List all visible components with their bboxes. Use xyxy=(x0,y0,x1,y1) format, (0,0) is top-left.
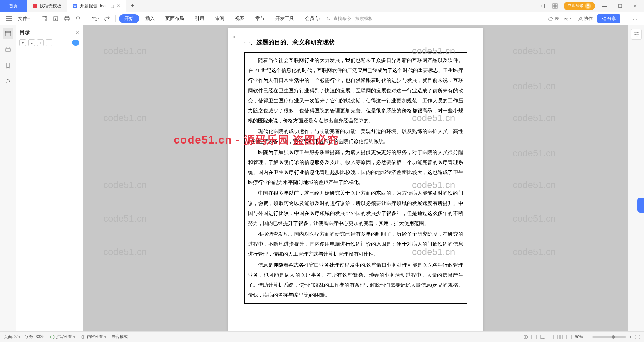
spellcheck-toggle[interactable]: 拼写检查 ▾ xyxy=(50,334,75,340)
svg-point-31 xyxy=(50,335,54,339)
window-maximize-button[interactable]: ☐ xyxy=(614,1,626,11)
tab-template[interactable]: 找稻壳模板 xyxy=(27,0,67,12)
svg-point-23 xyxy=(602,18,603,19)
collapse-ribbon-icon[interactable]: ︿ xyxy=(630,14,640,24)
redo-icon[interactable] xyxy=(102,14,112,24)
right-sidebar xyxy=(628,25,644,331)
outline-tool-minus[interactable]: − xyxy=(46,39,52,46)
toolbar: 文件 ▾ ▾ 开始 插入 页面布局 引用 审阅 视图 章节 开发工具 会员专› … xyxy=(0,12,644,25)
watermark: code51.cn xyxy=(513,213,556,224)
svg-point-35 xyxy=(525,336,526,338)
tab-close-icon[interactable]: ✕ xyxy=(117,3,120,8)
svg-rect-25 xyxy=(5,31,11,36)
login-button[interactable]: 立即登录 xyxy=(564,2,595,10)
properties-icon[interactable] xyxy=(631,29,642,40)
menu-member[interactable]: 会员专› xyxy=(300,13,325,25)
apps-icon[interactable] xyxy=(550,1,560,11)
menu-reference[interactable]: 引用 xyxy=(190,13,209,25)
doc-heading: 一、选题的目的、意义和研究现状 xyxy=(244,38,467,46)
svg-point-28 xyxy=(637,32,638,33)
outline-tool-plus[interactable]: + xyxy=(37,39,44,46)
zoom-out-button[interactable]: − xyxy=(586,334,589,340)
command-search[interactable]: 查找命令、搜索模板 xyxy=(327,16,373,22)
watermark: code51.cn xyxy=(513,247,556,258)
new-tab-button[interactable]: + xyxy=(128,1,138,11)
outline-badge[interactable]: ⋯ xyxy=(72,40,79,46)
outline-tools: ▾ ▴ + − ⋯ xyxy=(19,39,79,46)
menu-insert[interactable]: 插入 xyxy=(141,13,159,25)
tab-document[interactable]: W 开题报告.doc ▢ ✕ xyxy=(67,0,126,12)
feedback-tab[interactable] xyxy=(637,198,644,213)
member-label: 会员专 xyxy=(305,16,319,22)
watermark: code51.cn xyxy=(103,213,147,224)
menu-start[interactable]: 开始 xyxy=(119,14,139,23)
watermark: code51.cn xyxy=(103,247,147,258)
outline-icon[interactable] xyxy=(3,28,13,39)
compat-mode[interactable]: 兼容模式 xyxy=(112,334,128,340)
outline-expand-all[interactable]: ▾ xyxy=(19,39,26,46)
zoom-value[interactable]: 80% xyxy=(575,335,583,339)
share-icon xyxy=(601,16,606,21)
zoom-thumb[interactable] xyxy=(612,335,615,339)
window-minimize-button[interactable]: — xyxy=(598,1,610,11)
cloud-status[interactable]: 未上云 ▾ xyxy=(546,16,573,22)
export-icon[interactable] xyxy=(51,14,61,24)
view-print-icon[interactable] xyxy=(531,335,537,339)
menu-review[interactable]: 审阅 xyxy=(210,13,229,25)
view-reading-icon[interactable] xyxy=(557,335,563,339)
preview-icon[interactable] xyxy=(73,14,84,24)
svg-rect-26 xyxy=(6,48,10,52)
undo-icon[interactable]: ▾ xyxy=(91,14,101,24)
svg-rect-8 xyxy=(555,6,557,8)
svg-rect-13 xyxy=(43,19,46,21)
outline-collapse-all[interactable]: ▴ xyxy=(28,39,35,46)
share-button[interactable]: 分享 xyxy=(597,14,620,23)
view-fullwidth-icon[interactable] xyxy=(566,335,572,339)
layout-number-icon[interactable]: 1 xyxy=(537,1,547,11)
watermark: code51.cn xyxy=(103,46,147,56)
people-icon xyxy=(578,16,583,21)
attachment-icon[interactable] xyxy=(3,44,13,55)
svg-rect-7 xyxy=(553,6,555,8)
template-icon xyxy=(32,3,38,9)
document-area[interactable]: code51.cn code51.cn code51.cn code51.cn … xyxy=(83,25,628,331)
tab-home[interactable]: 首页 xyxy=(0,0,27,12)
find-icon[interactable] xyxy=(3,76,13,87)
bookmark-icon[interactable] xyxy=(3,60,13,71)
svg-point-33 xyxy=(83,336,84,338)
outline-close-icon[interactable]: ✕ xyxy=(75,30,79,35)
zoom-slider[interactable] xyxy=(592,336,626,338)
window-close-button[interactable]: ✕ xyxy=(629,1,641,11)
menu-layout[interactable]: 页面布局 xyxy=(161,13,189,25)
doc-paragraph: 随着当今社会互联网行业的大力发展，我们也迎来了众多日异月新的互联网产品以及软件。… xyxy=(248,55,463,126)
login-label: 立即登录 xyxy=(568,3,584,9)
svg-point-20 xyxy=(579,17,581,18)
watermark: code51.cn xyxy=(103,113,147,123)
content-check[interactable]: 内容检查 ▾ xyxy=(81,334,106,340)
menu-devtools[interactable]: 开发工具 xyxy=(271,13,299,25)
watermark: code51.cn xyxy=(103,180,147,190)
view-outline-icon[interactable] xyxy=(549,335,554,339)
collaboration-button[interactable]: 协作 xyxy=(576,16,595,22)
titlebar: 首页 找稻壳模板 W 开题报告.doc ▢ ✕ + 1 立即登录 — ☐ ✕ xyxy=(0,0,644,12)
presentation-icon[interactable]: ▢ xyxy=(110,4,114,8)
outline-title: 目录 xyxy=(19,29,30,36)
zoom-in-button[interactable]: + xyxy=(629,334,632,340)
fit-page-icon[interactable] xyxy=(635,335,640,339)
svg-point-27 xyxy=(6,80,9,83)
svg-rect-5 xyxy=(553,4,555,6)
word-count[interactable]: 字数: 3325 xyxy=(25,334,44,340)
svg-point-19 xyxy=(327,17,330,20)
watermark: code51.cn xyxy=(513,113,556,123)
page-indicator[interactable]: 页面: 2/5 xyxy=(4,334,20,340)
menu-icon[interactable] xyxy=(4,14,14,24)
view-web-icon[interactable] xyxy=(540,335,545,339)
save-icon[interactable] xyxy=(39,14,49,24)
menu-chapter[interactable]: 章节 xyxy=(251,13,269,25)
menu-view[interactable]: 视图 xyxy=(230,13,249,25)
document-page: ◂ 一、选题的目的、意义和研究现状 随着当今社会互联网行业的大力发展，我们也迎来… xyxy=(228,28,483,331)
cloud-label: 未上云 xyxy=(555,16,568,22)
file-menu[interactable]: 文件 ▾ xyxy=(15,13,32,24)
print-icon[interactable] xyxy=(62,14,72,24)
view-focus-icon[interactable] xyxy=(523,335,528,339)
